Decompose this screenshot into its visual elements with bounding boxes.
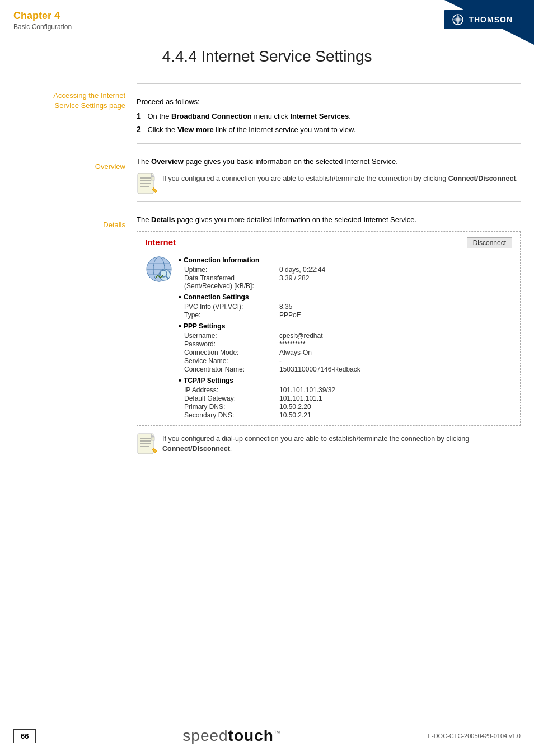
conn-info-title: • Connection Information <box>179 256 512 264</box>
broadband-connection-bold: Broadband Connection <box>171 112 252 120</box>
type-label: Type: <box>184 311 279 319</box>
page-number-box: 66 <box>13 729 36 743</box>
concentrator-row: Concentrator Name: 15031100007146-Redbac… <box>179 365 512 373</box>
footer: 66 speedtouch™ E-DOC-CTC-20050429-0104 v… <box>0 727 534 745</box>
password-value: ********** <box>279 340 306 348</box>
type-row: Type: PPPoE <box>179 311 512 319</box>
step2-row: 2 Click the View more link of the intern… <box>137 124 521 135</box>
bullet-4: • <box>179 377 181 384</box>
bullet-1: • <box>179 256 181 264</box>
details-label: Details <box>13 220 125 230</box>
details-note-box: If you configured a dial-up connection y… <box>137 433 521 455</box>
note-icon <box>137 172 157 195</box>
chapter-info: Chapter 4 Basic Configuration <box>13 10 72 31</box>
step1-row: 1 On the Broadband Connection menu click… <box>137 111 521 122</box>
secondary-dns-value: 10.50.2.21 <box>279 411 311 419</box>
doc-code: E-DOC-CTC-20050429-0104 v1.0 <box>428 732 521 739</box>
step1-num: 1 <box>137 111 141 120</box>
speedtouch-bold: touch <box>228 727 274 744</box>
internet-box-body: • Connection Information Uptime: 0 days,… <box>145 253 512 420</box>
thomson-name: THOMSON <box>469 15 513 24</box>
speedtouch-logo: speedtouch™ <box>182 727 281 745</box>
conn-mode-row: Connection Mode: Always-On <box>179 349 512 356</box>
username-label: Username: <box>184 332 279 340</box>
details-section: Details The Details page gives you more … <box>0 209 534 461</box>
concentrator-label: Concentrator Name: <box>184 365 279 373</box>
primary-dns-label: Primary DNS: <box>184 403 279 411</box>
details-note-text: If you configured a dial-up connection y… <box>162 433 521 455</box>
details-intro: The Details page gives you more detailed… <box>137 214 521 226</box>
overview-sidebar: Overview <box>13 151 137 209</box>
accessing-separator <box>137 143 521 144</box>
bullet-3: • <box>179 322 181 330</box>
service-name-value: - <box>279 357 282 365</box>
internet-details: • Connection Information Uptime: 0 days,… <box>179 253 512 420</box>
overview-note-box: If you configured a connection you are a… <box>137 172 521 195</box>
overview-label: Overview <box>13 162 125 172</box>
details-bold: Details <box>151 215 175 224</box>
uptime-label: Uptime: <box>184 266 279 274</box>
gateway-row: Default Gateway: 101.101.101.1 <box>179 395 512 402</box>
primary-dns-value: 10.50.2.20 <box>279 403 311 411</box>
header: Chapter 4 Basic Configuration THOMSON <box>0 0 534 31</box>
data-transferred-row: Data Transferred(Sent/Received) [kB/B]: … <box>179 274 512 290</box>
internet-box-header: Internet Disconnect <box>145 237 512 248</box>
disconnect-button[interactable]: Disconnect <box>467 237 512 248</box>
gateway-value: 101.101.101.1 <box>279 395 322 402</box>
overview-section: Overview The Overview page gives you bas… <box>0 151 534 209</box>
pvc-label: PVC Info (VPI.VCI): <box>184 303 279 311</box>
overview-bold: Overview <box>151 157 184 166</box>
conn-settings-title: • Connection Settings <box>179 293 512 301</box>
top-separator <box>137 83 521 84</box>
ip-value: 101.101.101.39/32 <box>279 386 335 394</box>
overview-content: The Overview page gives you basic inform… <box>137 151 521 209</box>
thomson-logo: THOMSON <box>444 10 521 29</box>
content-area <box>0 77 534 91</box>
chapter-label: Chapter 4 <box>13 10 72 22</box>
right-column <box>137 77 521 91</box>
step1-text: On the Broadband Connection menu click I… <box>147 112 350 120</box>
internet-info-box: Internet Disconnect <box>137 231 521 426</box>
secondary-dns-row: Secondary DNS: 10.50.2.21 <box>179 411 512 419</box>
ip-row: IP Address: 101.101.101.39/32 <box>179 386 512 394</box>
tcpip-title: • TCP/IP Settings <box>179 377 512 384</box>
username-row: Username: cpesit@redhat <box>179 332 512 340</box>
overview-separator <box>137 201 521 202</box>
gateway-label: Default Gateway: <box>184 395 279 402</box>
note-icon-2 <box>137 433 157 455</box>
username-value: cpesit@redhat <box>279 332 323 340</box>
uptime-row: Uptime: 0 days, 0:22:44 <box>179 266 512 274</box>
internet-title: Internet <box>145 237 176 247</box>
service-name-row: Service Name: - <box>179 357 512 365</box>
conn-mode-label: Connection Mode: <box>184 349 279 356</box>
ppp-settings-title: • PPP Settings <box>179 322 512 330</box>
pvc-row: PVC Info (VPI.VCI): 8.35 <box>179 303 512 311</box>
uptime-value: 0 days, 0:22:44 <box>279 266 325 274</box>
bullet-2: • <box>179 293 181 301</box>
overview-intro: The Overview page gives you basic inform… <box>137 156 521 167</box>
connect-disconnect-bold-2: Connect/Disconnect <box>162 445 230 453</box>
details-sidebar: Details <box>13 209 137 461</box>
conn-mode-value: Always-On <box>279 349 312 356</box>
overview-note-text: If you configured a connection you are a… <box>162 172 518 184</box>
view-more-bold: View more <box>177 125 214 134</box>
secondary-dns-label: Secondary DNS: <box>184 411 279 419</box>
accessing-section: Accessing the InternetService Settings p… <box>0 91 534 151</box>
ip-label: IP Address: <box>184 386 279 394</box>
internet-services-bold: Internet Services <box>290 112 349 120</box>
page-title-area: 4.4.4 Internet Service Settings <box>0 31 534 77</box>
step2-num: 2 <box>137 125 141 134</box>
step2-text: Click the View more link of the internet… <box>147 125 355 134</box>
chapter-sub: Basic Configuration <box>13 23 72 31</box>
data-transferred-label: Data Transferred(Sent/Received) [kB/B]: <box>184 274 279 290</box>
pvc-value: 8.35 <box>279 303 292 311</box>
password-row: Password: ********** <box>179 340 512 348</box>
connect-disconnect-bold-1: Connect/Disconnect <box>448 175 516 182</box>
password-label: Password: <box>184 340 279 348</box>
svg-rect-20 <box>151 437 154 440</box>
page-number: 66 <box>21 732 29 740</box>
thomson-icon <box>452 13 464 26</box>
accessing-label: Accessing the InternetService Settings p… <box>13 91 125 111</box>
page-title: 4.4.4 Internet Service Settings <box>0 48 534 65</box>
svg-rect-6 <box>151 177 154 180</box>
